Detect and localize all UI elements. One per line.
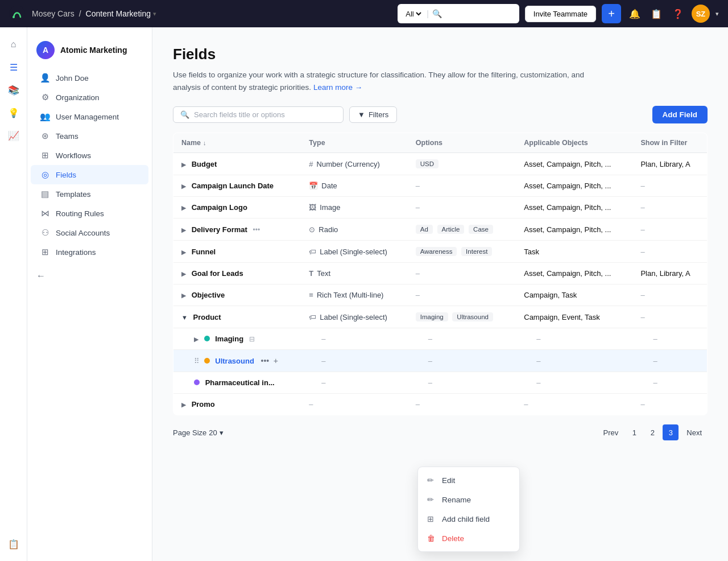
nav-list-icon[interactable]: ☰ [3, 57, 24, 77]
user-avatar[interactable]: SZ [692, 5, 710, 23]
sidebar-templates-label: Templates [56, 190, 91, 199]
row-type-cell: T Text [301, 263, 407, 284]
sidebar-routing-rules-label: Routing Rules [56, 209, 104, 218]
page-1-button[interactable]: 1 [626, 424, 642, 440]
delete-label: Delete [442, 534, 464, 543]
sidebar-item-organization[interactable]: ⚙ Organization [31, 88, 148, 107]
nav-library-icon[interactable]: 📚 [3, 80, 24, 100]
row-applicable-cell: Asset, Campaign, Pitch, ... [516, 175, 632, 197]
add-field-button[interactable]: Add Field [652, 106, 708, 123]
row-name-cell: ▼ Product [173, 306, 301, 328]
expand-icon[interactable]: ▶ [181, 270, 186, 277]
expand-icon[interactable]: ▶ [181, 226, 186, 233]
sidebar-item-workflows[interactable]: ⊞ Workflows [31, 146, 148, 165]
expand-icon[interactable]: ▶ [181, 204, 186, 211]
sidebar-item-user-management[interactable]: 👥 User Management [31, 107, 148, 126]
breadcrumb-org[interactable]: Mosey Cars [32, 9, 75, 18]
pagination: Page Size 20 ▾ Prev 1 2 3 Next [173, 424, 708, 440]
col-type: Type [301, 133, 407, 153]
expand-icon[interactable]: ▶ [181, 161, 186, 168]
row-type-cell: – [301, 350, 407, 372]
expand-icon[interactable]: ▶ [194, 336, 198, 343]
row-options-cell: – [408, 263, 516, 284]
table-row: ▶ Goal for Leads T Text – Asset, Campaig… [173, 263, 708, 284]
sidebar: A Atomic Marketing 👤 John Doe ⚙ Organiza… [27, 27, 152, 561]
sidebar-item-integrations[interactable]: ⊞ Integrations [31, 242, 148, 262]
sidebar-item-templates[interactable]: ▤ Templates [31, 184, 148, 204]
row-name-cell: ▶ Funnel [173, 241, 301, 263]
sidebar-item-social-accounts[interactable]: ⚇ Social Accounts [31, 223, 148, 242]
main-layout: ⌂ ☰ 📚 💡 📈 📋 A Atomic Marketing 👤 John Do… [0, 27, 728, 561]
table-row: ▼ Product 🏷 Label (Single-select) Imagin… [173, 306, 708, 328]
row-name-cell: Pharmaceutical in... [173, 372, 301, 394]
nav-ideas-icon[interactable]: 💡 [3, 102, 24, 123]
sort-icon[interactable]: ↓ [203, 139, 206, 146]
row-name-cell: ▶ Imaging ⊟ [173, 328, 301, 350]
search-icon: 🔍 [432, 9, 442, 18]
row-filter-cell: – [632, 218, 707, 241]
table-row: ▶ Promo – – – – [173, 394, 708, 415]
nav-home-icon[interactable]: ⌂ [3, 34, 24, 55]
page-2-button[interactable]: 2 [644, 424, 660, 440]
search-fields-input[interactable]: 🔍 Search fields title or options [173, 106, 344, 123]
filters-button[interactable]: ▼ Filters [349, 106, 397, 123]
notifications-icon[interactable]: 🔔 [627, 6, 643, 22]
templates-icon: ▤ [40, 189, 50, 199]
expand-icon[interactable]: ▶ [181, 401, 186, 408]
page-size-selector[interactable]: Page Size 20 ▾ [173, 428, 224, 437]
prev-page-button[interactable]: Prev [598, 426, 624, 439]
more-actions-icon[interactable]: ••• [261, 356, 270, 365]
context-menu-delete[interactable]: 🗑 Delete [418, 529, 519, 548]
search-filter-dropdown[interactable]: All [403, 9, 423, 19]
sidebar-item-routing-rules[interactable]: ⋈ Routing Rules [31, 204, 148, 223]
row-applicable-cell: Asset, Campaign, Pitch, ... [516, 218, 632, 241]
fields-table: Name ↓ Type Options Applicable Objects S… [173, 133, 708, 415]
expand-icon[interactable]: ▶ [181, 292, 186, 299]
expand-icon[interactable]: ▶ [181, 183, 186, 189]
next-page-button[interactable]: Next [681, 426, 708, 439]
main-content: Fields Use fields to organize your work … [152, 27, 728, 561]
row-filter-cell: – [632, 350, 707, 372]
context-menu-add-child[interactable]: ⊞ Add child field [418, 509, 519, 529]
teams-icon: ⊛ [40, 131, 50, 141]
help-icon[interactable]: ❓ [670, 6, 686, 22]
sidebar-organization-label: Organization [56, 93, 100, 102]
sidebar-collapse[interactable]: ← [27, 262, 152, 290]
expand-icon[interactable]: ▼ [181, 314, 188, 321]
table-row-ultrasound: ⠿ Ultrasound ••• + – – – – [173, 350, 708, 372]
add-child-icon[interactable]: + [274, 356, 278, 365]
row-type-cell: ≡ Rich Text (Multi-line) [301, 284, 407, 306]
row-applicable-cell: – [516, 372, 632, 394]
row-filter-cell: – [632, 372, 707, 394]
nav-analytics-icon[interactable]: 📈 [3, 125, 24, 146]
learn-more-link[interactable]: Learn more → [313, 83, 362, 92]
page-description: Use fields to organize your work with a … [173, 69, 605, 93]
drag-handle[interactable]: ⠿ [194, 357, 200, 365]
sidebar-item-teams[interactable]: ⊛ Teams [31, 126, 148, 146]
add-button[interactable]: + [602, 4, 621, 23]
global-search-input[interactable] [445, 10, 514, 18]
delete-icon: 🗑 [427, 534, 436, 543]
sidebar-item-user[interactable]: 👤 John Doe [31, 68, 148, 88]
avatar-dropdown-icon[interactable]: ▾ [715, 10, 719, 18]
add-child-label: Add child field [442, 515, 490, 523]
context-menu-edit[interactable]: ✏ Edit [418, 471, 519, 490]
col-name: Name ↓ [173, 133, 301, 153]
nav-reports-icon[interactable]: 📋 [3, 534, 24, 554]
clipboard-icon[interactable]: 📋 [648, 6, 664, 22]
invite-teammate-button[interactable]: Invite Teammate [525, 6, 596, 22]
row-filter-cell: Plan, Library, A [632, 153, 707, 175]
rename-icon: ✏ [427, 495, 436, 504]
type-icon: 🖼 [309, 203, 316, 212]
dot-icon [204, 358, 210, 364]
page-3-button[interactable]: 3 [663, 424, 679, 440]
expand-icon[interactable]: ▶ [181, 249, 186, 255]
row-applicable-cell: Asset, Campaign, Pitch, ... [516, 263, 632, 284]
col-applicable: Applicable Objects [516, 133, 632, 153]
context-menu-rename[interactable]: ✏ Rename [418, 490, 519, 509]
row-more-icon[interactable]: ••• [253, 226, 260, 234]
row-options-cell: – [408, 197, 516, 218]
sidebar-item-fields[interactable]: ◎ Fields [31, 165, 148, 184]
breadcrumb-current[interactable]: Content Marketing ▾ [86, 9, 156, 18]
app-logo[interactable] [9, 6, 25, 22]
